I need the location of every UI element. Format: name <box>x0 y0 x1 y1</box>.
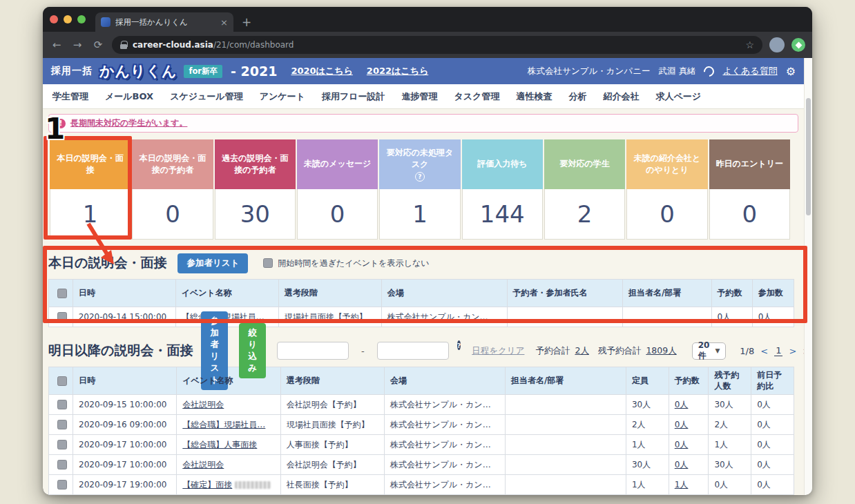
reload-circle-icon[interactable] <box>702 64 716 78</box>
scrollbar-thumb[interactable] <box>806 98 811 215</box>
date-to-input[interactable] <box>377 342 449 360</box>
pagination: 1/8 < 1 > >> <box>740 345 804 356</box>
profile-avatar[interactable] <box>769 37 785 52</box>
cell-link[interactable]: 0人 <box>675 400 689 409</box>
nav-item[interactable]: 紹介会社 <box>603 90 639 103</box>
row-checkbox[interactable] <box>57 440 67 449</box>
dashboard-card[interactable]: 本日の説明会・面接の予約者0 <box>132 139 213 240</box>
cell-link[interactable]: 会社説明会 <box>182 460 224 469</box>
alert-link[interactable]: 長期間未対応の学生がいます。 <box>70 117 187 129</box>
table-cell: 会社説明会 <box>177 395 280 415</box>
link-year-2022[interactable]: 2022はこちら <box>367 65 428 77</box>
company-name: 株式会社サンプル・カンパニー <box>528 66 650 77</box>
nav-item[interactable]: 分析 <box>568 90 586 103</box>
select-all-checkbox[interactable] <box>57 376 67 386</box>
card-label: 未読の紹介会社とのやりとり <box>626 139 707 189</box>
nav-item[interactable]: 進捗管理 <box>402 90 438 103</box>
table-cell: 株式会社サンプル・カン… <box>384 455 505 475</box>
dashboard-card[interactable]: 要対応の未処理タスク?1 <box>379 139 460 240</box>
extension-icon[interactable] <box>791 38 805 52</box>
nav-item[interactable]: 求人ページ <box>655 90 701 103</box>
remaining-total-value[interactable]: 1809人 <box>646 345 676 357</box>
card-value: 2 <box>544 189 625 240</box>
nav-item[interactable]: タスク管理 <box>454 90 500 103</box>
browser-tab-strip: 採用一括かんりくん × + <box>43 7 812 32</box>
cell-link[interactable]: 1人 <box>675 480 689 490</box>
column-header: 前日予約比 <box>751 367 794 395</box>
nav-item[interactable]: 採用フロー設計 <box>322 90 385 103</box>
dashboard-card[interactable]: 昨日のエントリー0 <box>709 139 790 240</box>
row-checkbox[interactable] <box>57 420 67 429</box>
help-icon[interactable]: ? <box>457 340 461 350</box>
page-size-select[interactable]: 20件 ▼ <box>692 342 727 360</box>
address-bar[interactable]: career-cloud.asia/21/com/dashboard ☆ <box>112 36 762 54</box>
link-year-2020[interactable]: 2020はこちら <box>291 65 352 77</box>
card-label: 要対応の学生 <box>544 139 625 189</box>
card-value: 30 <box>215 189 296 240</box>
tab-close-icon[interactable]: × <box>220 17 228 28</box>
cell-link[interactable]: 会社説明会 <box>182 400 224 409</box>
table-cell <box>505 415 626 435</box>
card-help-icon[interactable]: ? <box>415 172 425 182</box>
cell-link[interactable]: 0人 <box>675 460 689 469</box>
table-cell: 0人 <box>669 435 709 455</box>
brand-badge: for新卒 <box>184 65 222 78</box>
table-cell: 1人 <box>626 435 669 455</box>
nav-item[interactable]: 適性検査 <box>516 90 552 103</box>
nav-item[interactable]: メールBOX <box>105 90 153 103</box>
dashboard-card[interactable]: 未読の紹介会社とのやりとり0 <box>626 139 707 240</box>
minimize-window-button[interactable] <box>64 15 72 23</box>
cell-text: 1人 <box>714 440 728 449</box>
cell-link[interactable]: 【確定】面接 <box>182 480 232 490</box>
bookmark-star-icon[interactable]: ☆ <box>745 39 754 50</box>
upcoming-events-table: 日時イベント名称選考段階会場担当者名/部署定員予約数残予約人数前日予約比2020… <box>48 367 794 495</box>
annotation-box-section <box>43 246 807 323</box>
table-cell: 0人 <box>669 395 709 415</box>
cell-link[interactable]: 【総合職】現場社員… <box>182 420 265 429</box>
close-window-button[interactable] <box>50 15 58 23</box>
faq-link[interactable]: よくある質問 <box>722 65 777 77</box>
reserved-total-value[interactable]: 2人 <box>575 345 588 357</box>
cell-text: 30人 <box>714 460 733 469</box>
date-from-input[interactable] <box>277 342 349 360</box>
card-value: 0 <box>297 189 378 240</box>
nav-item[interactable]: アンケート <box>260 90 305 103</box>
filter-button[interactable]: 絞り込み <box>239 323 266 378</box>
table-cell: 株式会社サンプル・カン… <box>384 415 505 435</box>
nav-item[interactable]: 学生管理 <box>52 90 88 103</box>
dashboard-page: 採用一括 かんりくん for新卒 - 2021 2020はこちら 2022はこち… <box>43 58 812 495</box>
next-page-button[interactable]: > <box>789 346 796 356</box>
cell-link[interactable]: 0人 <box>675 420 689 429</box>
zoom-window-button[interactable] <box>77 15 86 23</box>
cell-link[interactable]: 【総合職】人事面接 <box>182 440 257 449</box>
dashboard-card[interactable]: 過去の説明会・面接の予約者30 <box>215 139 296 240</box>
dashboard-card[interactable]: 未読のメッセージ0 <box>297 139 378 240</box>
cell-text: 1人 <box>632 480 646 490</box>
refresh-icon[interactable]: ⟳ <box>91 39 105 51</box>
table-cell: 【総合職】人事面接 <box>177 435 280 455</box>
prev-page-button[interactable]: < <box>760 346 768 356</box>
app-logo: かんりくん <box>99 61 177 81</box>
gear-icon[interactable]: ⚙ <box>786 65 796 78</box>
current-page[interactable]: 1 <box>774 345 782 356</box>
clear-dates-link[interactable]: 日程をクリア <box>472 345 524 357</box>
card-label: 未読のメッセージ <box>297 139 378 189</box>
table-cell: 0人 <box>751 455 794 475</box>
forward-icon[interactable]: → <box>70 39 84 51</box>
table-cell: 【総合職】現場社員… <box>177 415 280 435</box>
browser-tab[interactable]: 採用一括かんりくん × <box>95 12 233 32</box>
nav-item[interactable]: スケジュール管理 <box>170 90 243 103</box>
page-info: 1/8 <box>740 346 754 356</box>
table-cell: 0人 <box>669 415 709 435</box>
table-cell: 2人 <box>709 415 751 435</box>
back-icon[interactable]: ← <box>50 39 64 51</box>
table-cell: 社長面接【予約】 <box>280 475 384 495</box>
new-tab-button[interactable]: + <box>242 12 251 32</box>
table-cell <box>505 395 626 415</box>
dashboard-card[interactable]: 要対応の学生2 <box>544 139 625 240</box>
cell-link[interactable]: 0人 <box>675 440 689 449</box>
dashboard-card[interactable]: 評価入力待ち144 <box>462 139 543 240</box>
row-checkbox[interactable] <box>57 480 67 490</box>
row-checkbox[interactable] <box>57 460 67 469</box>
row-checkbox[interactable] <box>57 400 67 409</box>
